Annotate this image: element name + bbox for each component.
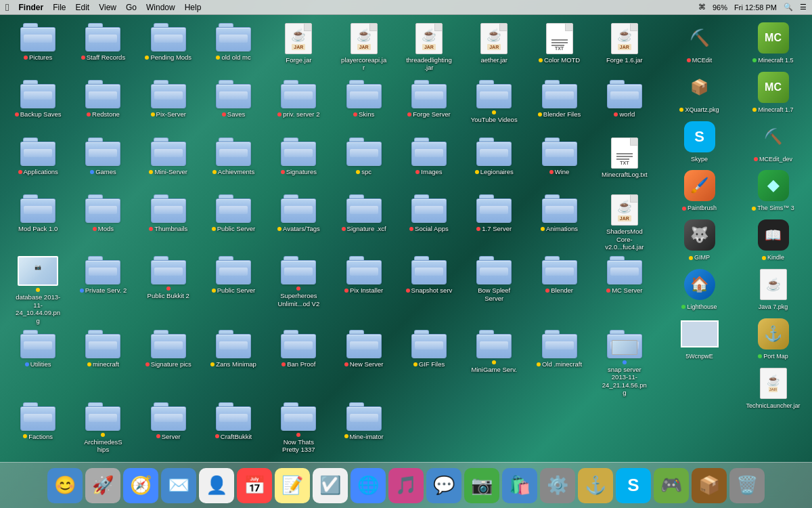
desktop-item-social-apps[interactable]: Social Apps	[397, 192, 461, 253]
desktop-item-threadedlighting-jar[interactable]: ☕ JAR threadedlighting.jar	[397, 20, 461, 77]
desktop-item-forge16-jar[interactable]: ☕ JAR Forge 1.6.jar	[592, 20, 657, 77]
desktop-item-applications[interactable]: Applications	[5, 135, 70, 192]
desktop-item-new-server[interactable]: New Server	[332, 327, 397, 400]
desktop-item-pictures[interactable]: Pictures	[5, 20, 70, 77]
desktop-item-mc-server[interactable]: MC Server	[592, 253, 657, 327]
dock-icon-port-map[interactable]: ⚓	[578, 468, 613, 503]
menu-file[interactable]: File	[53, 3, 66, 12]
dock-icon-launchpad[interactable]: 🚀	[85, 468, 120, 503]
app-icon-mc17[interactable]: MC Minecraft 1.7	[737, 67, 809, 115]
app-icon-skype[interactable]: S Skype	[663, 117, 736, 165]
desktop-item-zans-minimap[interactable]: Zans Minimap	[201, 327, 266, 400]
menu-finder[interactable]: Finder	[18, 3, 43, 12]
desktop-item-snap-server[interactable]: snap server 2013-11-24_21.14.56.png	[592, 327, 657, 400]
notification-icon[interactable]: ☰	[800, 3, 807, 12]
dock-icon-chrome[interactable]: 🌐	[351, 468, 386, 503]
desktop-item-craftbukkit[interactable]: CraftBukkit	[201, 400, 266, 457]
app-icon-xquartz[interactable]: 📦 XQuartz.pkg	[663, 67, 736, 115]
app-icon-sims3[interactable]: ◆ The Sims™ 3	[737, 165, 809, 213]
desktop-item-legionaires[interactable]: Legionaires	[461, 135, 526, 192]
desktop-item-youtube-videos[interactable]: YouTube Videos	[461, 77, 526, 134]
app-icon-portmap[interactable]: ⚓ Port Map	[737, 314, 809, 362]
desktop-item-now-thats-pretty[interactable]: Now Thats Pretty 1337	[266, 400, 331, 457]
desktop-item-database-png[interactable]: 📷 database 2013-11-24_10.44.09.png	[5, 253, 70, 327]
desktop-item-aether-jar[interactable]: ☕ JAR aether.jar	[461, 20, 526, 77]
desktop-item-saves[interactable]: Saves	[201, 77, 266, 134]
dock-icon-safari[interactable]: 🧭	[123, 468, 158, 503]
desktop-item-achievments[interactable]: Achievments	[201, 135, 266, 192]
desktop-item-snapshot-serv[interactable]: Snapshot serv	[397, 253, 461, 327]
menu-view[interactable]: View	[99, 3, 116, 12]
desktop-item-mods[interactable]: Mods	[70, 192, 135, 253]
desktop-item-signatures[interactable]: Signatures	[266, 135, 331, 192]
desktop-item-mini-server[interactable]: Mini-Server	[136, 135, 201, 192]
app-icon-lighthouse[interactable]: 🏠 Lighthouse	[663, 264, 736, 312]
desktop-item-wine[interactable]: Wine	[526, 135, 591, 192]
desktop-item-priv-server-2[interactable]: priv. server 2	[266, 77, 331, 134]
desktop-item-archimedes-ships[interactable]: ArchimedesS hips	[70, 400, 135, 457]
dock-icon-trash[interactable]: 🗑️	[729, 468, 765, 503]
dock-icon-reminders[interactable]: ☑️	[313, 468, 348, 503]
desktop-item-forge-server[interactable]: Forge Server	[397, 77, 461, 134]
app-icon-java7[interactable]: ☕ Java 7.pkg	[737, 264, 809, 312]
desktop-item-mod-pack[interactable]: Mod Pack 1.0	[5, 192, 70, 253]
menu-help[interactable]: Help	[185, 3, 202, 12]
app-icon-mc15[interactable]: MC Minecraft 1.5	[737, 18, 809, 66]
desktop-item-thumbnails[interactable]: Thumbnails	[136, 192, 201, 253]
desktop-item-minigame-serv[interactable]: MiniGame Serv.	[461, 327, 526, 400]
dock-icon-minecraft[interactable]: 🎮	[654, 468, 689, 503]
desktop-item-minecraftlog-txt[interactable]: TXT MinecraftLog.txt	[592, 135, 657, 192]
desktop-item-playercoreapi-jar[interactable]: ☕ JAR playercoreapi.jar	[332, 20, 397, 77]
desktop-item-public-server[interactable]: Public Server	[201, 192, 266, 253]
app-icon-mcedit-dev[interactable]: ⛏️ MCEdit_dev	[737, 117, 809, 165]
dock-icon-messages[interactable]: 💬	[426, 468, 461, 503]
desktop-item-signature-pics[interactable]: Signature pics	[136, 327, 201, 400]
search-icon[interactable]: 🔍	[784, 3, 793, 12]
desktop-item-private-serv[interactable]: Private Serv. 2	[70, 253, 135, 327]
desktop-item-server[interactable]: Server	[136, 400, 201, 457]
desktop-item-games[interactable]: Games	[70, 135, 135, 192]
desktop-item-factions[interactable]: Factions	[5, 400, 70, 457]
desktop-item-utilities[interactable]: Utilities	[5, 327, 70, 400]
app-icon-technic[interactable]: ☕JAR TechnicLauncher.jar	[737, 363, 809, 411]
desktop-item-spc[interactable]: spc	[332, 135, 397, 192]
desktop-item-shadersmod-jar[interactable]: ☕ JAR ShadersMod Core-v2.0...fuc4.jar	[592, 192, 657, 253]
desktop-item-gif-files[interactable]: GIF Files	[397, 327, 461, 400]
app-icon-mcedit[interactable]: ⛏️ MCEdit	[663, 18, 736, 66]
desktop-item-bow-spleef-server[interactable]: Bow Spleef Server	[461, 253, 526, 327]
dock-icon-notes[interactable]: 📝	[275, 468, 310, 503]
desktop-item-signature-xcf[interactable]: Signature .xcf	[332, 192, 397, 253]
desktop-item-world[interactable]: world	[592, 77, 657, 134]
desktop-item-blender-files[interactable]: Blender Files	[526, 77, 591, 134]
menu-window[interactable]: Window	[146, 3, 175, 12]
app-icon-paintbrush[interactable]: 🖌️ Paintbrush	[663, 165, 736, 213]
desktop-item-minecraft-folder[interactable]: minecraft	[70, 327, 135, 400]
desktop-item-staff-records[interactable]: Staff Records	[70, 20, 135, 77]
desktop-item-images[interactable]: Images	[397, 135, 461, 192]
desktop-item-backup-saves[interactable]: Backup Saves	[5, 77, 70, 134]
dock-icon-itunes[interactable]: 🎵	[388, 468, 424, 503]
dock-icon-skype[interactable]: S	[616, 468, 651, 503]
desktop-item-blender-app[interactable]: Blender	[526, 253, 591, 327]
dock-icon-finder[interactable]: 😊	[47, 468, 83, 503]
desktop-item-public-server2[interactable]: Public Server	[201, 253, 266, 327]
desktop-item-pending-mods[interactable]: Pending Mods	[136, 20, 201, 77]
dock-icon-app-store[interactable]: 🛍️	[502, 468, 537, 503]
apple-menu[interactable]: 	[5, 1, 9, 13]
dock-icon-chest[interactable]: 📦	[692, 468, 727, 503]
desktop-item-forge-jar[interactable]: ☕ JAR Forge.jar	[266, 20, 331, 77]
desktop-item-avatars-tags[interactable]: Avatars/Tags	[266, 192, 331, 253]
desktop-item-skins[interactable]: Skins	[332, 77, 397, 134]
menu-edit[interactable]: Edit	[76, 3, 90, 12]
app-icon-gimp[interactable]: 🐺 GIMP	[663, 215, 736, 263]
desktop-item-color-motd[interactable]: TXT Color MOTD	[526, 20, 591, 77]
desktop-item-mine-imator[interactable]: Mine-imator	[332, 400, 397, 457]
desktop-item-animations[interactable]: Animations	[526, 192, 591, 253]
desktop-item-superheroes-unlim[interactable]: Superheroes Unlimit...od V2	[266, 253, 331, 327]
desktop-item-redstone[interactable]: Redstone	[70, 77, 135, 134]
dock-icon-mail[interactable]: ✉️	[161, 468, 196, 503]
desktop-item-ban-proof[interactable]: Ban Proof	[266, 327, 331, 400]
desktop-item-old-minecraft[interactable]: Old .minecraft	[526, 327, 591, 400]
desktop-item-pix-server[interactable]: Pix-Server	[136, 77, 201, 134]
dock-icon-contacts[interactable]: 👤	[199, 468, 234, 503]
